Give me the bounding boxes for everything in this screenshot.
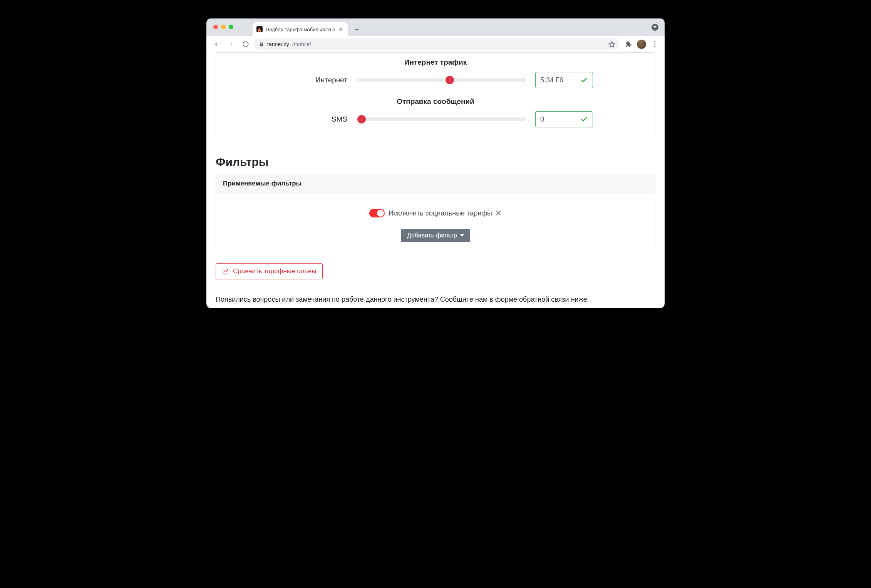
nav-back-button[interactable]	[210, 38, 223, 50]
check-icon	[580, 76, 588, 84]
sms-row: SMS 0	[223, 110, 648, 129]
window-controls	[213, 25, 233, 29]
sms-value: 0	[540, 115, 544, 124]
tab-title: Подбор тарифа мобильного о	[266, 27, 335, 32]
filters-card: Применяемые фильтры Исключить социальные…	[216, 174, 655, 253]
url-path: /mobile/	[292, 41, 311, 47]
filter-chip-exclude-social: Исключить социальные тарифы ✕	[369, 209, 502, 218]
add-filter-label: Добавить фильтр	[407, 232, 457, 239]
svg-marker-1	[609, 41, 615, 47]
filters-title: Фильтры	[216, 155, 655, 169]
internet-slider-thumb[interactable]	[446, 76, 454, 84]
window-close-button[interactable]	[213, 25, 218, 29]
window-zoom-button[interactable]	[229, 25, 233, 29]
chart-line-icon	[222, 268, 229, 275]
internet-label: Интернет	[278, 76, 347, 84]
sms-label: SMS	[278, 115, 347, 124]
internet-value-box[interactable]: 5.34 Гб	[535, 72, 593, 88]
compare-plans-button[interactable]: Сравнить тарифные планы	[216, 263, 323, 279]
internet-value: 5.34 Гб	[540, 76, 563, 84]
add-filter-button[interactable]: Добавить фильтр	[401, 229, 470, 242]
sms-slider[interactable]	[357, 117, 526, 121]
remove-filter-icon[interactable]: ✕	[495, 209, 502, 218]
check-icon	[580, 115, 588, 123]
tab-favicon	[256, 26, 263, 32]
extensions-icon[interactable]	[622, 38, 635, 50]
footer-note: Появились вопросы или замечания по работ…	[216, 296, 655, 304]
usage-card: Интернет трафик Интернет 5.34 Гб Отправк…	[216, 52, 655, 139]
address-bar[interactable]: tannei.by/mobile/	[254, 38, 620, 50]
caret-down-icon	[460, 234, 464, 237]
browser-window: Подбор тарифа мобильного о ✕ ＋ tannei.by…	[206, 18, 665, 308]
bookmark-star-icon[interactable]	[608, 41, 615, 48]
lock-icon	[259, 42, 264, 47]
filter-chip-label: Исключить социальные тарифы	[389, 209, 492, 217]
sms-slider-thumb[interactable]	[357, 115, 366, 124]
internet-row: Интернет 5.34 Гб	[223, 70, 648, 90]
compare-plans-label: Сравнить тарифные планы	[233, 267, 316, 275]
omnibox-actions	[608, 41, 615, 48]
internet-heading: Интернет трафик	[223, 58, 648, 67]
sms-value-box[interactable]: 0	[535, 111, 593, 127]
filters-body: Исключить социальные тарифы ✕ Добавить ф…	[216, 193, 655, 253]
internet-slider[interactable]	[357, 78, 526, 82]
window-minimize-button[interactable]	[221, 25, 226, 29]
new-tab-button[interactable]: ＋	[352, 24, 362, 35]
tab-strip: Подбор тарифа мобильного о ✕ ＋	[206, 18, 665, 36]
chrome-account-icon[interactable]	[652, 24, 658, 31]
browser-menu-button[interactable]	[648, 38, 661, 50]
page-content: Интернет трафик Интернет 5.34 Гб Отправк…	[206, 52, 665, 308]
browser-toolbar: tannei.by/mobile/	[206, 36, 665, 52]
profile-avatar[interactable]	[637, 40, 646, 49]
filter-toggle[interactable]	[369, 209, 385, 217]
nav-forward-button[interactable]	[225, 38, 237, 50]
browser-tab[interactable]: Подбор тарифа мобильного о ✕	[253, 22, 348, 36]
tab-close-icon[interactable]: ✕	[338, 27, 343, 32]
applied-filters-heading: Применяемые фильтры	[216, 174, 655, 193]
url-domain: tannei.by	[267, 41, 289, 47]
svg-marker-0	[653, 26, 657, 28]
sms-heading: Отправка сообщений	[223, 97, 648, 106]
nav-reload-button[interactable]	[240, 38, 252, 50]
